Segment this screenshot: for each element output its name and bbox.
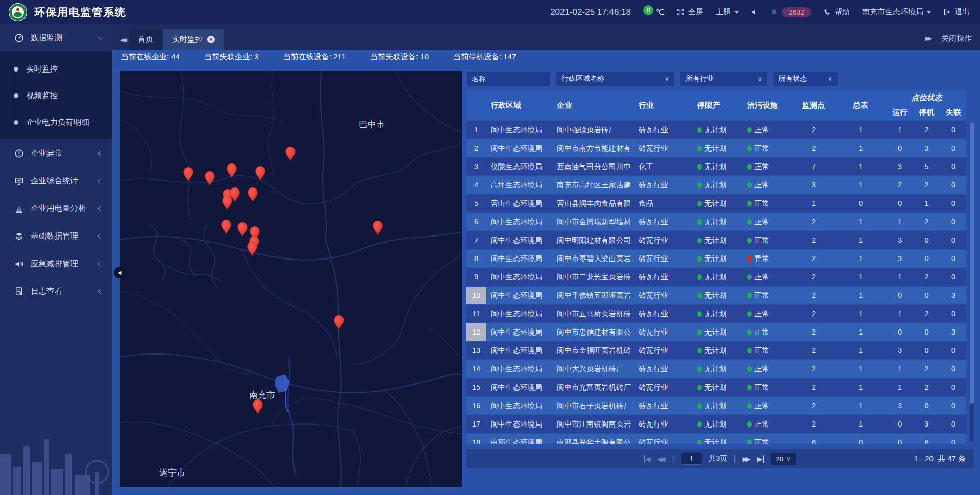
table-row[interactable]: 16阆中生态环境局阆中市石子页岩机砖厂砖瓦行业无计划正常21300 [466, 397, 966, 414]
prev-page-button[interactable]: ◀◀ [657, 455, 665, 463]
cell-production-status: 无计划 [693, 309, 743, 319]
close-operations-button[interactable]: 关闭操作 [941, 34, 972, 43]
bell-icon [770, 8, 778, 16]
filter-bar: 行政区域名称 ∨ 所有行业 ∨ 所有状态 ∨ [466, 71, 974, 86]
cell-region: 阆中生态环境局 [486, 144, 553, 153]
row-number: 1 [466, 121, 486, 138]
help-button[interactable]: 帮助 [823, 7, 850, 17]
table-row[interactable]: 17阆中生态环境局阆中市江南镇阆南页岩砖瓦行业无计划正常21030 [466, 415, 966, 433]
sidebar-item-data-monitoring[interactable]: 数据监测 [0, 24, 112, 52]
sidebar-item-emergency-reduction[interactable]: 应急减排管理 [0, 250, 112, 277]
col-total: 总表 [834, 90, 887, 120]
tabs-scroll-right-icon[interactable]: ▶▶ [925, 35, 930, 42]
sidebar-item-label: 日志查看 [31, 286, 92, 297]
sidebar-item-enterprise-anomaly[interactable]: 企业异常 [0, 139, 112, 167]
table-scrollbar[interactable] [970, 122, 974, 442]
map-collapse-button[interactable]: ◀ [114, 267, 126, 278]
tabs-scroll-left-icon[interactable]: ◀◀ [120, 37, 129, 50]
notifications[interactable]: 2632 [770, 7, 811, 17]
cell-run-count: 1 [887, 273, 913, 281]
status-ok-dot [697, 274, 702, 280]
cell-facility-status: 正常 [743, 438, 793, 444]
fullscreen-button[interactable]: 全屏 [677, 7, 703, 17]
megaphone-icon [14, 259, 24, 269]
table-row[interactable]: 8阆中生态环境局阆中市枣碧大梁山页岩砖瓦行业无计划异常21300 [466, 250, 966, 267]
last-page-button[interactable]: ▶ [757, 455, 764, 463]
theme-button[interactable]: 主题 [716, 7, 739, 17]
cell-monitor-count: 2 [793, 126, 834, 134]
cell-facility-status: 正常 [743, 144, 793, 153]
cell-facility-status: 正常 [743, 419, 793, 429]
table-row[interactable]: 1阆中生态环境局阆中强锐页岩砖厂砖瓦行业无计划正常21120 [466, 121, 966, 138]
cell-industry: 砖瓦行业 [634, 272, 693, 282]
status-ok-dot [747, 385, 752, 390]
table-row[interactable]: 7阆中生态环境局阆中明阳建材有限公司砖瓦行业无计划正常21300 [466, 231, 966, 249]
cell-production-status: 无计划 [693, 327, 743, 337]
table-row[interactable]: 9阆中生态环境局阆中市二龙长宝页岩砖砖瓦行业无计划正常21120 [466, 268, 966, 286]
table-row[interactable]: 15阆中生态环境局阆中市光富页岩机砖厂砖瓦行业无计划正常21120 [466, 379, 966, 396]
mute-button[interactable] [751, 9, 758, 16]
sidebar-item-log-view[interactable]: 日志查看 [0, 277, 112, 305]
row-number: 4 [466, 176, 486, 194]
cell-facility-status: 正常 [743, 272, 793, 282]
cell-industry: 砖瓦行业 [634, 125, 693, 135]
col-production: 停限产 [693, 90, 743, 120]
org-dropdown[interactable]: 南充市生态环境局 [862, 7, 931, 17]
table-row[interactable]: 5营山生态环境局营山县润丰肉食品有限食品无计划正常10010 [466, 195, 966, 212]
industry-filter-select[interactable]: 所有行业 ∨ [680, 71, 768, 86]
sidebar-item-enterprise-power-analysis[interactable]: 企业用电量分析 [0, 195, 112, 222]
sidebar-item-label: 企业异常 [31, 148, 92, 159]
cell-company: 南部县兴华土陶有限公 [553, 438, 634, 444]
sidebar-item-basic-data-management[interactable]: 基础数据管理 [0, 222, 112, 250]
row-number: 15 [466, 379, 486, 396]
first-page-button[interactable]: ◀ [644, 455, 650, 463]
table-row[interactable]: 14阆中生态环境局阆中大兴页岩机砖厂砖瓦行业无计划正常21120 [466, 360, 966, 378]
col-stop: 停机 [913, 108, 941, 117]
cell-run-count: 3 [887, 402, 913, 410]
tab-home[interactable]: 首页 [129, 29, 162, 50]
stat-item: 当前失联企业: 3 [204, 52, 259, 62]
status-ok-dot [747, 348, 752, 353]
col-lost: 失联 [941, 108, 966, 117]
scrollbar-thumb[interactable] [970, 122, 974, 404]
page-size-select[interactable]: 20 ∨ [771, 453, 796, 465]
name-filter-input[interactable] [466, 71, 551, 86]
chevron-down-icon [98, 35, 103, 40]
close-tab-icon[interactable]: × [207, 36, 215, 43]
map[interactable]: 巴中市 南充市 遂宁市 [120, 71, 462, 487]
table-row[interactable]: 11阆中生态环境局阆中市五马桥页岩机砖砖瓦行业无计划正常21120 [466, 305, 966, 322]
sidebar-subitem-realtime-monitoring[interactable]: 实时监控 [0, 56, 112, 82]
col-monitor: 监测点 [793, 90, 834, 120]
sidebar-subitem-video-monitoring[interactable]: 视频监控 [0, 82, 112, 109]
chevron-down-icon: ∨ [665, 75, 669, 82]
chart-icon [14, 204, 24, 214]
sidebar-subitem-enterprise-power-load-detail[interactable]: 企业电力负荷明细 [0, 109, 112, 135]
next-page-button[interactable]: ▶▶ [743, 455, 751, 463]
status-ok-dot [747, 329, 752, 335]
sidebar-item-enterprise-statistics[interactable]: 企业综合统计 [0, 167, 112, 195]
cell-region: 阆中生态环境局 [486, 235, 553, 245]
status-filter-select[interactable]: 所有状态 ∨ [773, 71, 838, 86]
speaker-icon [751, 9, 758, 16]
cell-production-status: 无计划 [693, 272, 743, 282]
cell-run-count: 3 [887, 162, 913, 171]
table-row[interactable]: 10阆中生态环境局阆中千佛镇五郎垭页岩砖瓦行业无计划正常21003 [466, 287, 966, 304]
table-row[interactable]: 18南部生态环境局南部县兴华土陶有限公砖瓦行业无计划正常60060 [466, 434, 966, 444]
table-header: 行政区域 企业 行业 停限产 治污设施 监测点 总表 点位状态 运行 停机 失联 [466, 90, 966, 120]
table-row[interactable]: 12阆中生态环境局阆中市忠信建材有限公砖瓦行业无计划正常21003 [466, 323, 966, 341]
table-row[interactable]: 3仪陇生态环境局西南油气田分公司川中化工无计划正常71350 [466, 158, 966, 175]
tab-realtime-monitoring[interactable]: 实时监控 × [163, 29, 224, 50]
table-row[interactable]: 6阆中生态环境局阆中市金博瑞新型墙材砖瓦行业无计划正常21120 [466, 213, 966, 230]
table-row[interactable]: 4高坪生态环境局南充市高坪区王家店建砖瓦行业无计划正常31220 [466, 176, 966, 194]
cell-total-count: 1 [834, 328, 887, 336]
table-row[interactable]: 13阆中生态环境局阆中市金福旺页岩机砖砖瓦行业无计划正常21300 [466, 342, 966, 359]
status-ok-dot [697, 329, 702, 335]
cell-stop-count: 3 [913, 144, 941, 152]
table-row[interactable]: 2阆中生态环境局阆中市南方节能建材有砖瓦行业无计划正常21030 [466, 139, 966, 157]
cell-stop-count: 2 [913, 273, 941, 281]
col-facility: 治污设施 [743, 90, 793, 120]
logout-button[interactable]: 退出 [943, 7, 970, 17]
page-number-input[interactable] [681, 453, 702, 465]
region-filter-select[interactable]: 行政区域名称 ∨ [556, 71, 675, 86]
enterprise-table: 行政区域 企业 行业 停限产 治污设施 监测点 总表 点位状态 运行 停机 失联 [466, 90, 974, 444]
